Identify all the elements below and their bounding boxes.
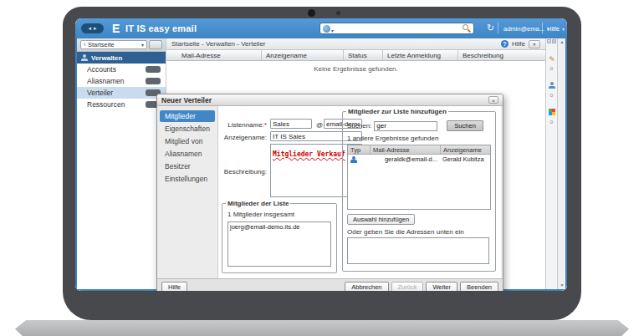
contacts-count: 0 — [546, 93, 557, 98]
dialog-tab-einstellungen[interactable]: Einstellungen — [160, 173, 215, 185]
help-label: Hilfe — [547, 25, 560, 33]
apps-count: 0 — [546, 120, 557, 125]
global-search[interactable] — [319, 23, 474, 34]
dialog-titlebar[interactable]: Neuer Verteiler — [157, 94, 503, 106]
sidebar-extra-button[interactable] — [149, 40, 162, 49]
history-nav[interactable] — [81, 23, 104, 33]
column-beschreibung[interactable]: Beschreibung — [457, 50, 545, 60]
notes-tool[interactable] — [546, 50, 558, 65]
app-logo: E — [112, 22, 120, 35]
description-label: Beschreibung: — [218, 168, 267, 176]
titlebar-divider — [542, 23, 543, 33]
content-help-label[interactable]: Hilfe — [512, 40, 525, 48]
column-status[interactable]: Status — [343, 50, 382, 60]
dialog-footer: Hilfe Abbrechen Zurück Weiter Beenden — [157, 278, 503, 291]
member-search-label: Suchen: — [347, 122, 371, 130]
search-scope-icon[interactable] — [323, 25, 330, 33]
search-icon[interactable] — [463, 24, 471, 33]
search-results-text: 1 andere Ergebnisse gefunden — [347, 135, 492, 142]
cancel-button[interactable]: Abbrechen — [345, 282, 388, 291]
back-icon[interactable] — [88, 25, 91, 32]
or-enter-addresses-text: Oder geben Sie die Adressen unten ein — [347, 228, 492, 236]
help-caret-icon — [562, 25, 565, 33]
sidebar-item-label: Ressourcen — [87, 100, 125, 109]
breadcrumb: Startseite - Verwalten - Verteiler — [171, 40, 266, 48]
result-row[interactable]: geraldk@email-d... Gerald Kubitza — [348, 155, 490, 164]
listname-label: Listenname:* — [218, 121, 267, 129]
laptop-base — [15, 320, 629, 336]
member-item[interactable]: joerg@email-demo.its.de — [230, 223, 329, 231]
members-fieldset: Mitglieder der Liste 1 Mitglieder insges… — [222, 200, 337, 273]
webcam-icon — [308, 9, 315, 17]
minimize-icon[interactable] — [547, 39, 551, 43]
displayname-label: Anzeigename: — [218, 134, 267, 141]
app-window: Startseite Verwalten Accounts Aliasnamen — [75, 38, 567, 291]
dialog-content: Listenname:* @ Anzeigename: Beschreibung… — [218, 106, 501, 278]
home-select-caret-icon — [141, 41, 144, 48]
help-button[interactable]: Hilfe — [161, 282, 187, 291]
help-menu[interactable]: Hilfe — [547, 25, 565, 33]
result-mail-cell: geraldk@email-d... — [370, 155, 440, 164]
scroll-up-icon[interactable] — [558, 38, 566, 46]
next-button[interactable]: Weiter — [426, 282, 457, 291]
finish-button[interactable]: Beenden — [460, 282, 498, 291]
add-members-legend: Mitglieder zur Liste hinzufügen — [346, 108, 448, 115]
add-members-fieldset: Mitglieder zur Liste hinzufügen Suchen: … — [342, 108, 496, 272]
help-circle-icon[interactable] — [501, 40, 509, 48]
notes-count: 0 — [546, 66, 557, 71]
dialog-tab-mitglied-von[interactable]: Mitglied von — [160, 135, 215, 147]
members-listbox[interactable]: joerg@email-demo.its.de — [227, 221, 331, 267]
forward-icon[interactable] — [94, 25, 97, 32]
contacts-icon — [549, 82, 555, 89]
results-column-anzeigename[interactable]: Anzeigename — [440, 145, 490, 154]
sidebar-section-label: Verwalten — [91, 54, 122, 62]
sidebar: Startseite Verwalten Accounts Aliasnamen — [77, 38, 166, 289]
sidebar-item-ressourcen[interactable]: Ressourcen — [77, 99, 166, 110]
column-letzte-anmeldung[interactable]: Letzte Anmeldung — [382, 50, 457, 60]
new-distribution-list-dialog: Neuer Verteiler Mitglieder Eigenschaften… — [156, 94, 503, 291]
apps-tool[interactable] — [546, 104, 558, 119]
refresh-icon[interactable] — [487, 23, 494, 33]
accounts-badge — [146, 66, 161, 73]
vertical-scrollbar[interactable] — [557, 38, 565, 289]
home-select-value: Startseite — [88, 41, 115, 48]
pencil-icon — [549, 55, 555, 64]
empty-results-message: Keine Ergebnisse gefunden. — [166, 61, 545, 73]
app-title: IT IS easy email — [125, 23, 197, 33]
dialog-tab-aliasnamen[interactable]: Aliasnamen — [160, 148, 215, 160]
search-button[interactable]: Suchen — [447, 120, 483, 131]
sidebar-item-label: Verteiler — [87, 89, 113, 97]
description-text: Mitglieder Verkauf — [271, 150, 347, 159]
breadcrumb-bar: Startseite - Verwalten - Verteiler Hilfe — [166, 38, 545, 50]
panel-menu-icon[interactable] — [552, 39, 556, 43]
account-label: admin@ema... — [503, 25, 544, 33]
member-search-input[interactable] — [374, 121, 437, 131]
chevron-left-icon[interactable] — [84, 41, 86, 48]
dialog-tab-besitzer[interactable]: Besitzer — [160, 160, 215, 172]
screen: E IT IS easy email admin@ema... Hilfe — [75, 18, 567, 291]
at-sign: @ — [316, 121, 323, 129]
page: E IT IS easy email admin@ema... Hilfe — [0, 0, 644, 336]
column-anzeigename[interactable]: Anzeigename — [261, 50, 343, 60]
search-input[interactable] — [334, 24, 463, 33]
listname-input[interactable] — [270, 119, 312, 129]
dialog-tab-mitglieder[interactable]: Mitglieder — [160, 110, 215, 122]
sidebar-item-verteiler[interactable]: Verteiler — [77, 87, 166, 99]
add-selection-button[interactable]: Auswahl hinzufügen — [347, 214, 415, 225]
dialog-tab-eigenschaften[interactable]: Eigenschaften — [160, 123, 215, 135]
results-column-typ[interactable]: Typ — [348, 145, 370, 154]
list-header-row: Mail-Adresse Anzeigename Status Letzte A… — [166, 50, 545, 61]
sidebar-item-accounts[interactable]: Accounts — [77, 64, 166, 75]
results-column-mail[interactable]: Mail-Adresse — [370, 145, 440, 154]
result-type-cell — [348, 155, 370, 164]
home-select[interactable]: Startseite — [80, 40, 147, 49]
view-options-caret-icon — [533, 40, 535, 48]
view-options-button[interactable] — [529, 40, 540, 48]
scroll-down-icon[interactable] — [558, 282, 566, 289]
dialog-collapse-icon[interactable] — [488, 96, 498, 104]
contacts-tool[interactable] — [546, 77, 558, 92]
sidebar-item-aliasnamen[interactable]: Aliasnamen — [77, 75, 166, 87]
column-mail-adresse[interactable]: Mail-Adresse — [166, 50, 261, 60]
back-button[interactable]: Zurück — [391, 282, 424, 291]
manual-addresses-textarea[interactable] — [347, 237, 489, 264]
